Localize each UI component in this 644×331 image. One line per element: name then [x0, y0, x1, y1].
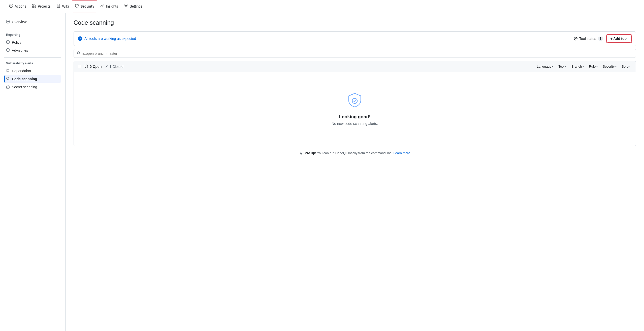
svg-rect-3 [35, 4, 36, 5]
svg-line-20 [9, 79, 9, 80]
advisories-icon [6, 48, 10, 53]
nav-wiki[interactable]: Wiki [54, 0, 72, 13]
svg-line-24 [79, 53, 80, 54]
pro-tip: ProTip! You can run CodeQL locally from … [74, 146, 636, 160]
search-input[interactable] [82, 51, 633, 56]
learn-more-link[interactable]: Learn more [394, 151, 410, 155]
svg-rect-2 [33, 4, 34, 5]
closed-count[interactable]: 1 Closed [105, 65, 123, 69]
insights-icon [100, 4, 104, 9]
filter-rule-btn[interactable]: Rule ▾ [587, 64, 600, 69]
overview-icon [6, 20, 10, 24]
vuln-alerts-section-title: Vulnerability alerts [4, 62, 61, 65]
select-all-checkbox[interactable] [78, 65, 81, 68]
sidebar-item-secret-scanning[interactable]: Secret scanning [4, 83, 61, 91]
tool-status-bar: ✓ All tools are working as expected Tool… [74, 31, 636, 46]
page-title: Code scanning [74, 19, 636, 26]
chevron-severity-icon: ▾ [615, 65, 617, 68]
tool-status-icon [574, 37, 578, 41]
svg-point-17 [7, 70, 8, 70]
filter-branch-btn[interactable]: Branch ▾ [569, 64, 586, 69]
chevron-rule-icon: ▾ [596, 65, 598, 68]
wiki-icon [57, 4, 61, 9]
tool-status-right: Tool status 1 + Add tool [574, 35, 632, 43]
top-nav: Actions Projects Wiki Security Insights … [0, 0, 644, 13]
open-count[interactable]: 0 Open [84, 65, 102, 69]
empty-state: Looking good! No new code scanning alert… [74, 72, 636, 146]
alerts-container: 0 Open 1 Closed Language ▾ Tool ▾ [74, 61, 636, 146]
empty-state-title: Looking good! [339, 114, 371, 120]
filter-language-btn[interactable]: Language ▾ [535, 64, 556, 69]
alerts-header-left: 0 Open 1 Closed [78, 65, 531, 69]
layout: Overview Reporting Policy Advisories Vul… [0, 13, 644, 331]
nav-insights[interactable]: Insights [97, 0, 121, 13]
chevron-language-icon: ▾ [552, 65, 553, 68]
svg-point-12 [7, 21, 9, 22]
actions-icon [9, 4, 13, 9]
nav-settings[interactable]: Settings [121, 0, 145, 13]
filter-tool-btn[interactable]: Tool ▾ [556, 64, 568, 69]
search-bar [74, 49, 636, 58]
status-text: All tools are working as expected [84, 37, 136, 41]
svg-point-21 [8, 87, 8, 88]
projects-icon [32, 4, 36, 9]
sidebar-divider-1 [4, 29, 61, 29]
svg-rect-5 [35, 6, 36, 8]
svg-marker-1 [11, 5, 12, 7]
tool-status-left: ✓ All tools are working as expected [78, 36, 136, 41]
reporting-section-title: Reporting [4, 33, 61, 37]
chevron-sort-icon: ▾ [628, 65, 630, 68]
security-icon [75, 4, 79, 9]
lightbulb-icon [299, 152, 303, 155]
status-check-icon: ✓ [78, 36, 82, 41]
code-scanning-icon [6, 77, 10, 81]
empty-state-description: No new code scanning alerts. [332, 122, 378, 126]
svg-point-10 [125, 5, 127, 7]
svg-rect-4 [33, 6, 34, 8]
settings-icon [124, 4, 128, 9]
svg-point-25 [352, 98, 357, 103]
pro-tip-text: You can run CodeQL locally from the comm… [316, 151, 393, 155]
sidebar-item-advisories[interactable]: Advisories [4, 47, 61, 54]
sidebar-item-overview[interactable]: Overview [4, 18, 61, 26]
tool-status-label[interactable]: Tool status 1 [574, 37, 603, 41]
sidebar-item-dependabot[interactable]: Dependabot [4, 67, 61, 75]
add-tool-button[interactable]: + Add tool [606, 35, 632, 43]
tool-status-count: 1 [598, 37, 603, 41]
nav-projects[interactable]: Projects [29, 0, 54, 13]
nav-security[interactable]: Security [72, 0, 97, 13]
alerts-header-right: Language ▾ Tool ▾ Branch ▾ Rule ▾ [535, 64, 632, 69]
main-content: Code scanning ✓ All tools are working as… [66, 13, 644, 331]
nav-actions[interactable]: Actions [6, 0, 29, 13]
svg-point-18 [8, 70, 9, 70]
check-icon [105, 65, 108, 68]
filter-severity-btn[interactable]: Severity ▾ [601, 64, 619, 69]
chevron-branch-icon: ▾ [583, 65, 584, 68]
svg-point-11 [6, 20, 10, 23]
chevron-tool-icon: ▾ [565, 65, 566, 68]
sidebar-item-code-scanning[interactable]: Code scanning [4, 75, 61, 83]
secret-scanning-icon [6, 85, 10, 89]
sidebar-divider-2 [4, 57, 61, 58]
filter-sort-btn[interactable]: Sort ▾ [620, 64, 632, 69]
pro-tip-prefix: ProTip! [305, 151, 316, 155]
alerts-header: 0 Open 1 Closed Language ▾ Tool ▾ [74, 61, 636, 72]
empty-state-icon [347, 92, 363, 109]
policy-icon [6, 40, 10, 45]
sidebar: Overview Reporting Policy Advisories Vul… [0, 13, 66, 331]
dependabot-icon [6, 69, 10, 73]
open-shield-icon [84, 65, 88, 68]
search-icon [77, 51, 80, 56]
svg-rect-16 [7, 69, 9, 72]
sidebar-item-policy[interactable]: Policy [4, 39, 61, 46]
